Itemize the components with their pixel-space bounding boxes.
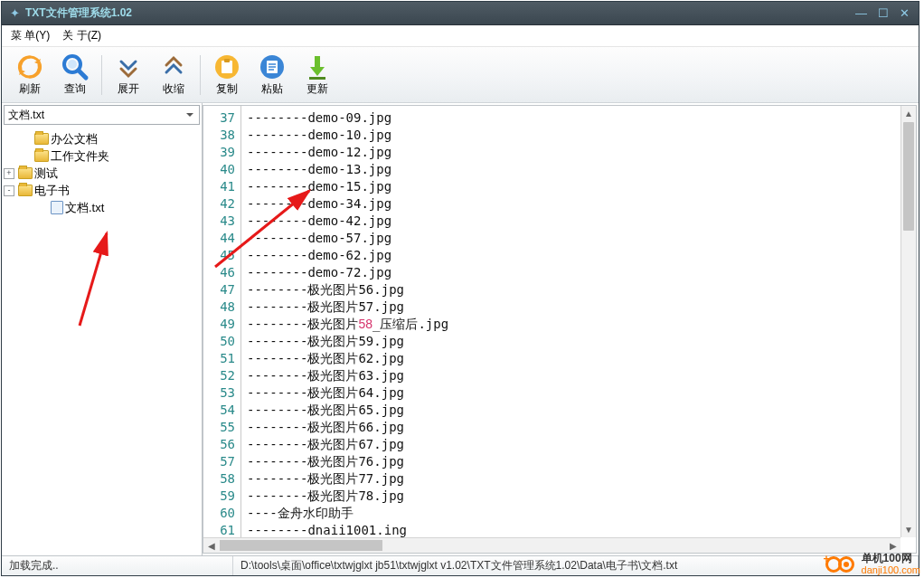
tree-item-label: 文档.txt: [65, 200, 104, 216]
tree-item-label: 工作文件夹: [51, 148, 109, 165]
toolbar-label: 收缩: [163, 81, 184, 97]
tree-item-label: 办公文档: [51, 131, 98, 147]
toolbar-label: 更新: [306, 81, 328, 97]
close-button[interactable]: ✕: [900, 6, 910, 20]
tree-spacer: [20, 134, 31, 145]
vertical-scrollbar[interactable]: ▲ ▼: [900, 106, 916, 537]
chevron-down-icon: [114, 52, 143, 81]
toolbar-separator: [101, 55, 102, 95]
tree-spacer: [36, 203, 47, 213]
file-icon: [51, 201, 63, 214]
text-viewer[interactable]: 37 38 39 40 41 42 43 44 45 46 47 48 49 5…: [203, 105, 917, 554]
status-bar: 加载完成.. D:\tools\桌面\office\txtwjglxt jb51…: [2, 555, 919, 575]
svg-rect-11: [315, 56, 320, 67]
paste-button[interactable]: 粘贴: [250, 50, 295, 100]
download-icon: [303, 52, 332, 81]
collapse-icon[interactable]: -: [4, 185, 14, 196]
collapse-button[interactable]: 收缩: [151, 50, 196, 100]
menu-item-main[interactable]: 菜 单(Y): [7, 26, 53, 45]
tree-item[interactable]: 文档.txt: [4, 199, 200, 216]
folder-icon: [18, 167, 33, 179]
search-icon: [61, 52, 90, 81]
menu-item-about[interactable]: 关 于(Z): [59, 26, 105, 45]
watermark-logo-icon: +: [825, 554, 858, 575]
toolbar-label: 粘贴: [261, 81, 283, 97]
watermark-url: danji100.com: [862, 564, 920, 576]
copy-button[interactable]: 复制: [204, 50, 250, 100]
copy-icon: [212, 52, 241, 81]
status-path: D:\tools\桌面\office\txtwjglxt jb51\txtwjg…: [233, 556, 919, 575]
scroll-thumb[interactable]: [220, 540, 382, 551]
app-window: ✦ TXT文件管理系统1.02 — ☐ ✕ 菜 单(Y) 关 于(Z) 刷新 查…: [1, 1, 919, 576]
expand-icon[interactable]: +: [4, 168, 14, 179]
refresh-icon: [15, 52, 44, 81]
content-wrap: 37 38 39 40 41 42 43 44 45 46 47 48 49 5…: [203, 103, 919, 555]
scroll-thumb[interactable]: [903, 122, 914, 231]
scroll-right-icon[interactable]: ▶: [885, 538, 900, 553]
window-controls: — ☐ ✕: [855, 6, 915, 20]
expand-button[interactable]: 展开: [106, 50, 151, 100]
tree-view[interactable]: 办公文档 工作文件夹+ 测试- 电子书 文档.txt: [2, 127, 202, 555]
line-number-gutter: 37 38 39 40 41 42 43 44 45 46 47 48 49 5…: [203, 106, 241, 553]
app-icon: ✦: [7, 6, 22, 21]
scroll-down-icon[interactable]: ▼: [901, 522, 916, 537]
main-area: 文档.txt 办公文档 工作文件夹+ 测试- 电子书 文档.txt 37 38 …: [2, 103, 919, 555]
menu-bar: 菜 单(Y) 关 于(Z): [2, 25, 919, 47]
folder-icon: [34, 133, 49, 145]
maximize-button[interactable]: ☐: [878, 6, 889, 20]
toolbar: 刷新 查询 展开 收缩 复制: [2, 47, 919, 103]
update-button[interactable]: 更新: [295, 50, 340, 100]
toolbar-label: 查询: [64, 81, 86, 97]
toolbar-label: 复制: [216, 81, 238, 97]
horizontal-scrollbar[interactable]: ◀ ▶: [203, 537, 900, 553]
chevron-down-icon[interactable]: [183, 108, 197, 122]
paste-icon: [258, 52, 287, 81]
code-area: --------demo-09.jpg --------demo-10.jpg …: [241, 106, 448, 553]
tree-item[interactable]: 工作文件夹: [4, 147, 200, 165]
toolbar-separator: [200, 55, 201, 95]
toolbar-label: 展开: [118, 81, 139, 97]
watermark: + 单机100网 danji100.com: [825, 553, 920, 576]
scroll-up-icon[interactable]: ▲: [901, 106, 916, 121]
svg-rect-12: [309, 77, 325, 80]
status-message: 加载完成..: [2, 556, 233, 575]
toolbar-label: 刷新: [19, 81, 41, 97]
refresh-button[interactable]: 刷新: [7, 50, 52, 100]
chevron-up-icon: [159, 52, 188, 81]
svg-line-2: [79, 71, 86, 78]
svg-rect-4: [222, 61, 232, 73]
svg-rect-5: [224, 59, 230, 62]
tree-spacer: [20, 151, 31, 162]
tree-item-label: 测试: [34, 166, 58, 182]
window-title: TXT文件管理系统1.02: [25, 5, 855, 21]
tree-item[interactable]: 办公文档: [4, 130, 200, 147]
watermark-text: 单机100网: [862, 553, 920, 564]
sidebar: 文档.txt 办公文档 工作文件夹+ 测试- 电子书 文档.txt: [2, 103, 203, 555]
tree-item-label: 电子书: [34, 183, 70, 199]
query-button[interactable]: 查询: [52, 50, 98, 100]
minimize-button[interactable]: —: [855, 6, 867, 20]
folder-icon: [18, 185, 33, 196]
file-combo[interactable]: 文档.txt: [4, 105, 200, 125]
tree-item[interactable]: - 电子书: [4, 182, 200, 199]
tree-item[interactable]: + 测试: [4, 165, 200, 182]
folder-icon: [34, 150, 49, 162]
scroll-left-icon[interactable]: ◀: [203, 538, 219, 553]
title-bar: ✦ TXT文件管理系统1.02 — ☐ ✕: [2, 2, 919, 25]
svg-point-1: [68, 60, 77, 69]
combo-value: 文档.txt: [8, 108, 44, 123]
